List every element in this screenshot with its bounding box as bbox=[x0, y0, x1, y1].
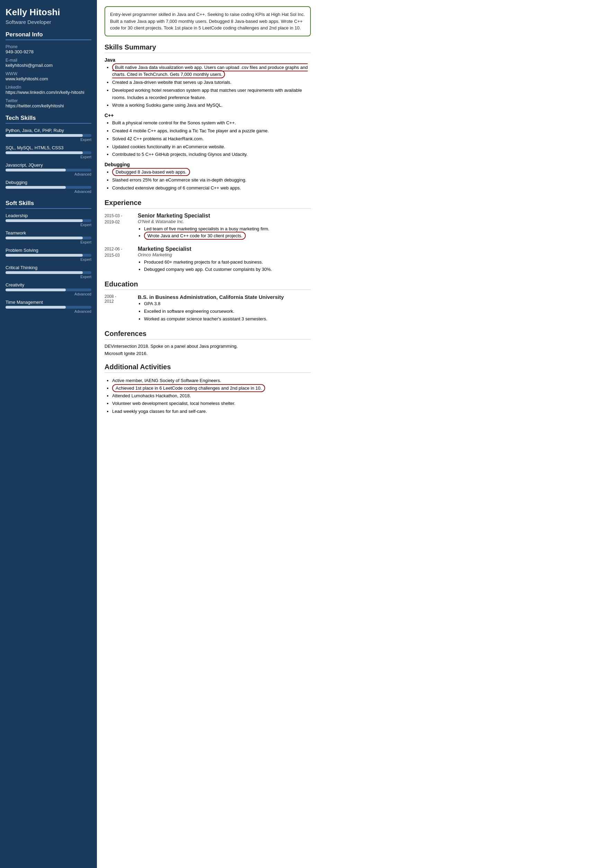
java-category: Java Built native Java data visualizatio… bbox=[104, 57, 311, 109]
tech-skill-3: Debugging Advanced bbox=[6, 180, 91, 194]
email-item: E-mail kellyhitoshi@gmail.com bbox=[6, 58, 91, 68]
soft-skill-0: Leadership Expert bbox=[6, 213, 91, 227]
java-item-2: Developed working hotel reservation syst… bbox=[112, 87, 311, 101]
exp-0-item-1: Wrote Java and C++ code for 30 client pr… bbox=[144, 232, 311, 240]
add-item-0: Active member, IAENG Society of Software… bbox=[112, 377, 311, 384]
additional-list: Active member, IAENG Society of Software… bbox=[104, 377, 311, 415]
add-item-4: Lead weekly yoga classes for fun and sel… bbox=[112, 408, 311, 415]
tech-skill-0: Python, Java, C#, PHP, Ruby Expert bbox=[6, 128, 91, 142]
skills-summary-title: Skills Summary bbox=[104, 43, 311, 53]
soft-skills-title: Soft Skills bbox=[6, 200, 91, 209]
cpp-item-0: Built a physical remote control for the … bbox=[112, 120, 311, 127]
additional-title: Additional Activities bbox=[104, 363, 311, 373]
cpp-item-3: Updated cookies functionality in an eCom… bbox=[112, 143, 311, 151]
debug-item-2: Conducted extensive debugging of 6 comme… bbox=[112, 185, 311, 192]
java-item-1: Created a Java-driven website that serve… bbox=[112, 79, 311, 86]
exp-0-company: O'Neil & Watanabe Inc. bbox=[138, 219, 311, 224]
tech-skills-title: Tech Skills bbox=[6, 115, 91, 124]
exp-1-item-0: Produced 60+ marketing projects for a fa… bbox=[144, 259, 311, 266]
experience-title: Experience bbox=[104, 199, 311, 208]
exp-1-dates: 2012-06 -2015-03 bbox=[104, 247, 122, 258]
skill-bar-fill-2 bbox=[6, 169, 66, 171]
education-title: Education bbox=[104, 280, 311, 290]
edu-0-item-0: GPA 3.8 bbox=[144, 300, 311, 308]
add-item-2: Attended Lumohacks Hackathon, 2018. bbox=[112, 392, 311, 400]
cpp-category: C++ Built a physical remote control for … bbox=[104, 113, 311, 158]
summary-box: Entry-level programmer skilled in Java a… bbox=[104, 6, 311, 36]
edu-0-item-1: Excelled in software engineering coursew… bbox=[144, 308, 311, 315]
exp-entry-1: 2012-06 -2015-03 Marketing Specialist Or… bbox=[104, 246, 311, 273]
tech-skill-2: Javascript, JQuery Advanced bbox=[6, 162, 91, 176]
candidate-name: Kelly Hitoshi bbox=[6, 7, 91, 18]
exp-1-item-1: Debugged company web app. Cut customer c… bbox=[144, 266, 311, 273]
cpp-item-2: Solved 42 C++ problems at HackerRank.com… bbox=[112, 135, 311, 143]
exp-1-title: Marketing Specialist bbox=[138, 246, 311, 252]
debug-item-0: Debugged 8 Java-based web apps. bbox=[112, 169, 311, 176]
exp-0-item-0: Led team of five marketing specialists i… bbox=[144, 226, 311, 233]
twitter-value: https://twitter.com/kellyhitoshi bbox=[6, 103, 91, 109]
www-value: www.kellyhitoshi.com bbox=[6, 76, 91, 81]
sidebar: Kelly Hitoshi Software Developer Persona… bbox=[0, 0, 97, 868]
cpp-item-1: Created 4 mobile C++ apps, including a T… bbox=[112, 128, 311, 135]
skill-bar-fill-3 bbox=[6, 186, 66, 189]
conf-item-0: DEVintersection 2018. Spoke on a panel a… bbox=[104, 344, 311, 349]
soft-skill-5: Time Management Advanced bbox=[6, 300, 91, 313]
soft-skill-3: Critical Thinking Expert bbox=[6, 265, 91, 279]
cpp-item-4: Contributed to 5 C++ GitHub projects, in… bbox=[112, 151, 311, 158]
debug-item-1: Slashed errors 25% for an eCommerce site… bbox=[112, 177, 311, 184]
exp-1-company: Orinco Marketing bbox=[138, 252, 311, 257]
exp-0-title: Senior Marketing Specialist bbox=[138, 213, 311, 219]
email-value: kellyhitoshi@gmail.com bbox=[6, 63, 91, 68]
twitter-item: Twitter https://twitter.com/kellyhitoshi bbox=[6, 98, 91, 109]
summary-text: Entry-level programmer skilled in Java a… bbox=[110, 12, 305, 31]
conf-item-1: Microsoft Ignite 2016. bbox=[104, 351, 311, 356]
tech-skill-1: SQL, MySQL, HTML5, CSS3 Expert bbox=[6, 145, 91, 159]
edu-0-dates: 2008 -2012 bbox=[104, 294, 116, 304]
edu-0-item-2: Worked as computer science teacher's ass… bbox=[144, 315, 311, 323]
skill-bar-fill-0 bbox=[6, 134, 83, 137]
main-content: Entry-level programmer skilled in Java a… bbox=[97, 0, 318, 868]
linkedin-value: https://www.linkedin.com/in/kelly-hitosh… bbox=[6, 90, 91, 95]
edu-entry-0: 2008 -2012 B.S. in Business Administrati… bbox=[104, 294, 311, 323]
edu-0-degree: B.S. in Business Administration, Califor… bbox=[138, 294, 311, 300]
personal-info-title: Personal Info bbox=[6, 31, 91, 40]
phone-item: Phone 949-300-9278 bbox=[6, 44, 91, 54]
linkedin-item: LinkedIn https://www.linkedin.com/in/kel… bbox=[6, 85, 91, 95]
skill-bar-fill-1 bbox=[6, 151, 83, 154]
exp-entry-0: 2015-03 -2019-02 Senior Marketing Specia… bbox=[104, 213, 311, 240]
java-item-3: Wrote a working Sudoku game using Java a… bbox=[112, 102, 311, 109]
www-item: WWW www.kellyhitoshi.com bbox=[6, 72, 91, 81]
debugging-category: Debugging Debugged 8 Java-based web apps… bbox=[104, 162, 311, 191]
java-item-0: Built native Java data visualization web… bbox=[112, 64, 311, 79]
soft-skill-1: Teamwork Expert bbox=[6, 230, 91, 244]
soft-skill-2: Problem Solving Expert bbox=[6, 248, 91, 261]
add-item-1: Achieved 1st place in 6 LeetCode coding … bbox=[112, 384, 311, 392]
soft-skill-4: Creativity Advanced bbox=[6, 282, 91, 296]
phone-value: 949-300-9278 bbox=[6, 49, 91, 54]
exp-0-dates: 2015-03 -2019-02 bbox=[104, 213, 122, 224]
conferences-title: Conferences bbox=[104, 330, 311, 339]
add-item-3: Volunteer web development specialist, lo… bbox=[112, 400, 311, 408]
candidate-title: Software Developer bbox=[6, 19, 91, 25]
